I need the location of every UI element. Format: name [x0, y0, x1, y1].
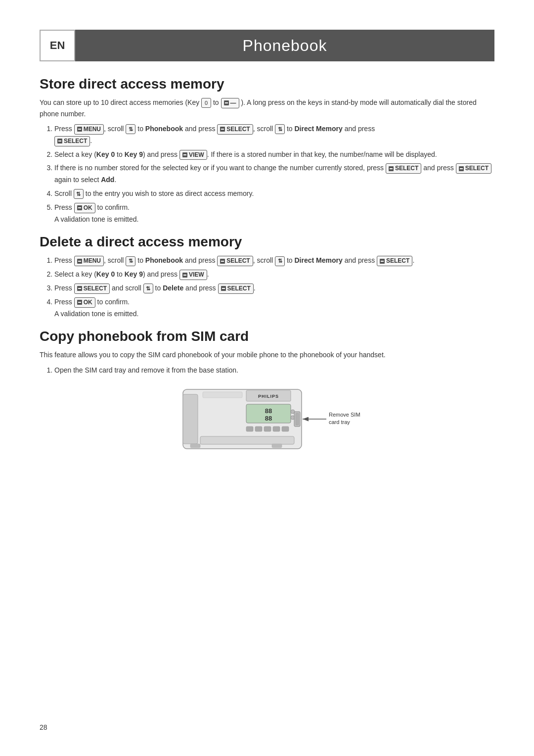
delete-step-2: Select a key (Key 0 to Key 9) and press …: [54, 269, 494, 281]
select-button-6: SELECT: [377, 256, 412, 266]
menu-button-2: MENU: [74, 256, 104, 266]
scroll-icon-2: ⇅: [275, 124, 285, 134]
delete-step-4: Press OK to confirm. A validation tone i…: [54, 296, 494, 320]
menu-button: MENU: [74, 124, 104, 135]
svg-text:PHILIPS: PHILIPS: [258, 394, 279, 399]
select-button-2: SELECT: [54, 136, 90, 146]
svg-rect-11: [255, 426, 262, 431]
svg-text:88: 88: [265, 415, 272, 422]
delete-steps-list: Press MENU, scroll ⇅ to Phonebook and pr…: [40, 255, 494, 320]
section-copy-title: Copy phonebook from SIM card: [40, 329, 494, 344]
svg-rect-13: [273, 426, 280, 431]
copy-steps-list: Open the SIM card tray and remove it fro…: [40, 365, 494, 377]
ok-button-2: OK: [74, 297, 95, 308]
svg-rect-1: [183, 394, 198, 444]
delete-step-3: Press SELECT and scroll ⇅ to Delete and …: [54, 283, 494, 294]
select-button-8: SELECT: [218, 284, 254, 294]
scroll-icon-3: ⇅: [74, 189, 84, 199]
svg-rect-2: [203, 392, 242, 398]
page-title: Phonebook: [75, 37, 494, 55]
store-step-5: Press OK to confirm. A validation tone i…: [54, 202, 494, 226]
page-number: 28: [40, 723, 47, 731]
scroll-icon-1: ⇅: [126, 124, 135, 134]
store-step-3: If there is no number stored for the sel…: [54, 162, 494, 186]
select-button-3: SELECT: [386, 163, 421, 174]
store-step-2: Select a key (Key 0 to Key 9) and press …: [54, 149, 494, 161]
svg-rect-15: [200, 436, 294, 444]
section-store-direct: Store direct access memory You can store…: [40, 76, 494, 225]
sim-card-diagram: PHILIPS 88 88: [173, 384, 361, 454]
scroll-icon-6: ⇅: [143, 284, 153, 293]
key-0-icon: 0: [201, 98, 211, 108]
select-button-7: SELECT: [74, 284, 110, 294]
store-validation-note: A validation tone is emitted.: [54, 215, 138, 223]
store-step-1: Press MENU, scroll ⇅ to Phonebook and pr…: [54, 123, 494, 147]
view-button-1: VIEW: [179, 150, 207, 160]
section-delete-title: Delete a direct access memory: [40, 234, 494, 250]
svg-rect-17: [296, 413, 299, 425]
delete-validation-note: A validation tone is emitted.: [54, 310, 138, 318]
ok-button-1: OK: [74, 203, 95, 213]
section-store-title: Store direct access memory: [40, 76, 494, 92]
svg-rect-19: [272, 444, 282, 448]
store-step-4: Scroll ⇅ to the entry you wish to store …: [54, 188, 494, 200]
svg-rect-14: [282, 426, 289, 431]
page-wrapper: EN Phonebook Store direct access memory …: [0, 0, 534, 756]
svg-text:Remove SIM: Remove SIM: [329, 412, 360, 418]
sim-diagram-container: PHILIPS 88 88: [40, 384, 494, 454]
copy-step-1: Open the SIM card tray and remove it fro…: [54, 365, 494, 377]
section-delete-direct: Delete a direct access memory Press MENU…: [40, 234, 494, 320]
svg-rect-12: [264, 426, 271, 431]
store-intro: You can store up to 10 direct access mem…: [40, 97, 494, 119]
select-button-4: SELECT: [456, 163, 491, 174]
scroll-icon-5: ⇅: [275, 256, 285, 266]
header-bar: EN Phonebook: [40, 30, 494, 61]
store-steps-list: Press MENU, scroll ⇅ to Phonebook and pr…: [40, 123, 494, 225]
view-button-2: VIEW: [179, 270, 207, 280]
lang-badge: EN: [40, 30, 75, 61]
select-button-1: SELECT: [217, 124, 253, 135]
svg-text:card tray: card tray: [329, 419, 350, 425]
svg-rect-18: [190, 444, 200, 448]
section-copy-sim: Copy phonebook from SIM card This featur…: [40, 329, 494, 453]
svg-rect-10: [246, 426, 253, 431]
delete-step-1: Press MENU, scroll ⇅ to Phonebook and pr…: [54, 255, 494, 267]
key-9-icon: ―: [221, 98, 239, 108]
copy-intro: This feature allows you to copy the SIM …: [40, 349, 494, 360]
select-button-5: SELECT: [217, 256, 253, 266]
scroll-icon-4: ⇅: [126, 256, 135, 266]
svg-text:88: 88: [265, 407, 272, 415]
